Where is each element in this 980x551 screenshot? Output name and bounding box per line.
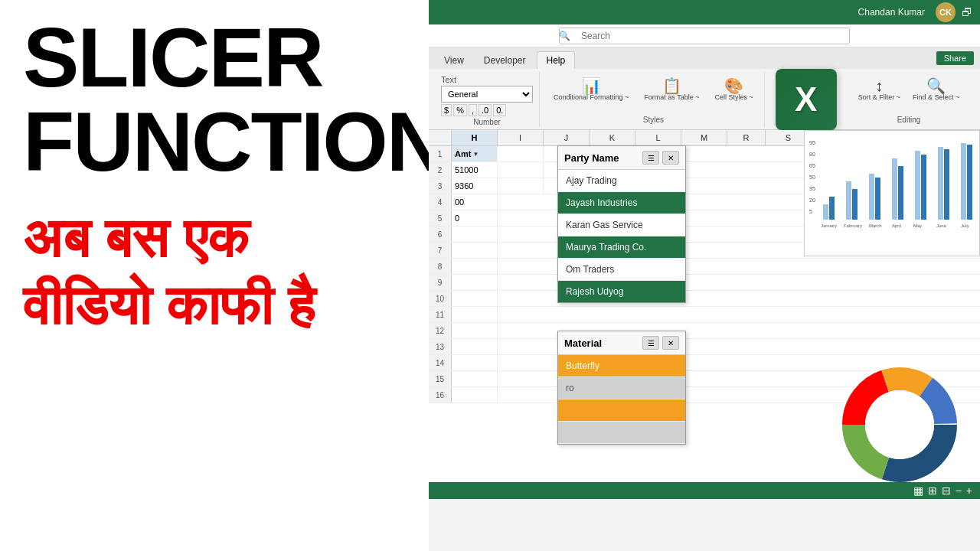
slicer-item-om[interactable]: Om Traders [558, 259, 685, 281]
col-header-j[interactable]: J [544, 130, 590, 145]
zoom-out-icon[interactable]: − [956, 484, 962, 497]
user-name: Chandan Kumar [858, 7, 925, 18]
cell-h12[interactable] [452, 323, 498, 338]
table-row: 10 [429, 291, 980, 307]
tab-developer[interactable]: Developer [475, 52, 535, 69]
cell-i2[interactable] [498, 162, 544, 178]
cell-styles-btn[interactable]: 🎨 Cell Styles ~ [710, 75, 757, 104]
decimal-inc[interactable]: .0 [479, 104, 492, 116]
svg-rect-10 [852, 189, 858, 220]
percent-symbol[interactable]: % [453, 104, 467, 116]
table-row: 11 [429, 307, 980, 323]
slicer-mat-multiselect-btn[interactable]: ☰ [642, 336, 659, 350]
donut-chart [827, 352, 972, 482]
svg-rect-13 [892, 158, 897, 220]
slicer-mat-ro[interactable]: ro [558, 377, 685, 399]
title-function: FUNCTION [23, 99, 482, 184]
col-header-i[interactable]: I [498, 130, 544, 145]
cell-h13[interactable] [452, 339, 498, 354]
slicer-clear-btn[interactable]: ✕ [662, 151, 679, 165]
svg-text:January: January [821, 223, 837, 228]
normal-view-icon[interactable]: ▦ [913, 484, 923, 497]
slicer-material[interactable]: Material ☰ ✕ Butterfly ro [557, 331, 686, 445]
slicer-multiselect-btn[interactable]: ☰ [642, 151, 659, 165]
currency-symbol[interactable]: $ [441, 104, 452, 116]
page-break-icon[interactable]: ⊟ [942, 484, 951, 497]
col-header-h[interactable]: H [452, 130, 498, 145]
restore-icon[interactable]: 🗗 [962, 6, 972, 18]
row-num-12: 12 [429, 323, 452, 338]
cf-icon: 📊 [582, 78, 601, 93]
comma-symbol[interactable]: , [469, 104, 477, 116]
col-header-r[interactable]: R [727, 130, 766, 145]
cell-h7[interactable] [452, 243, 498, 258]
number-group-label: Number [473, 118, 501, 126]
sort-filter-btn[interactable]: ↕️ Sort & Filter ~ [854, 75, 905, 104]
col-header-m[interactable]: M [681, 130, 727, 145]
cell-h10[interactable] [452, 291, 498, 306]
slicer-party-title: Party Name [564, 152, 619, 164]
ribbon-tabs: View Developer Help Share [429, 47, 980, 69]
svg-rect-14 [898, 166, 903, 220]
cell-h8[interactable] [452, 259, 498, 274]
number-format-select[interactable]: General [441, 86, 533, 103]
search-input[interactable] [559, 28, 850, 44]
col-header-l[interactable]: L [635, 130, 681, 145]
cell-h2[interactable]: 51000 [452, 162, 498, 178]
cell-h5[interactable]: 0 [452, 210, 498, 226]
zoom-in-icon[interactable]: + [966, 484, 972, 497]
find-icon: 🔍 [926, 78, 946, 93]
format-table-btn[interactable]: 📋 Format as Table ~ [639, 75, 704, 104]
cs-icon: 🎨 [724, 78, 743, 93]
tab-help[interactable]: Help [537, 51, 576, 69]
svg-text:50: 50 [809, 174, 815, 180]
cell-h16[interactable] [452, 387, 498, 403]
cell-i3[interactable] [498, 178, 544, 194]
cell-h3[interactable]: 9360 [452, 178, 498, 194]
ft-label: Format as Table ~ [644, 93, 699, 101]
cell-h9[interactable] [452, 275, 498, 290]
cell-h15[interactable] [452, 371, 498, 386]
col-header-k[interactable]: K [590, 130, 635, 145]
row-num-4: 4 [429, 194, 452, 210]
slicer-mat-butterfly[interactable]: Butterfly [558, 355, 685, 377]
row-num-11: 11 [429, 307, 452, 322]
hindi-line2: वीडियो काफी है [23, 274, 482, 337]
slicer-item-ajay[interactable]: Ajay Trading [558, 170, 685, 192]
styles-group-label: Styles [643, 116, 664, 124]
cell-h6[interactable] [452, 227, 498, 242]
bar-chart-svg: 95 80 65 50 35 20 5 [809, 135, 976, 246]
svg-text:35: 35 [809, 186, 815, 191]
table-row: 8 [429, 259, 980, 275]
slicer-material-title: Material [564, 337, 602, 349]
row-num-16: 16 [429, 387, 452, 403]
sort-label: Sort & Filter ~ [858, 93, 900, 101]
tab-view[interactable]: View [435, 52, 473, 69]
ribbon-group-styles: 📊 Conditional Formatting ~ 📋 Format as T… [543, 72, 765, 127]
share-button[interactable]: Share [936, 51, 974, 65]
decimal-dec[interactable]: 0. [493, 104, 506, 116]
cell-h14[interactable] [452, 355, 498, 370]
dropdown-arrow[interactable]: ▼ [472, 151, 479, 158]
row-num-15: 15 [429, 371, 452, 386]
row-num-1: 1 [429, 146, 452, 161]
user-avatar[interactable]: CK [936, 2, 956, 22]
page-layout-icon[interactable]: ⊞ [928, 484, 937, 497]
ribbon-group-number: Text General $ % , .0 0. Number [435, 72, 540, 127]
row-num-14: 14 [429, 355, 452, 370]
slicer-item-jayash[interactable]: Jayash Industries [558, 192, 685, 214]
find-select-btn[interactable]: 🔍 Find & Select ~ [908, 75, 964, 104]
svg-point-33 [865, 390, 934, 459]
slicer-mat-clear-btn[interactable]: ✕ [662, 336, 679, 350]
slicer-party[interactable]: Party Name ☰ ✕ Ajay Trading Jayash Indus… [557, 145, 686, 303]
cell-i1[interactable] [498, 146, 544, 161]
cell-h4[interactable]: 00 [452, 194, 498, 210]
slicer-item-rajesh[interactable]: Rajesh Udyog [558, 281, 685, 302]
slicer-item-karan[interactable]: Karan Gas Service [558, 214, 685, 236]
cell-amt-header[interactable]: Amt ▼ [452, 146, 498, 161]
slicer-mat-4[interactable] [558, 422, 685, 444]
cell-h11[interactable] [452, 307, 498, 322]
conditional-formatting-btn[interactable]: 📊 Conditional Formatting ~ [549, 75, 633, 104]
slicer-mat-3[interactable] [558, 399, 685, 422]
slicer-item-maurya[interactable]: Maurya Trading Co. [558, 236, 685, 259]
